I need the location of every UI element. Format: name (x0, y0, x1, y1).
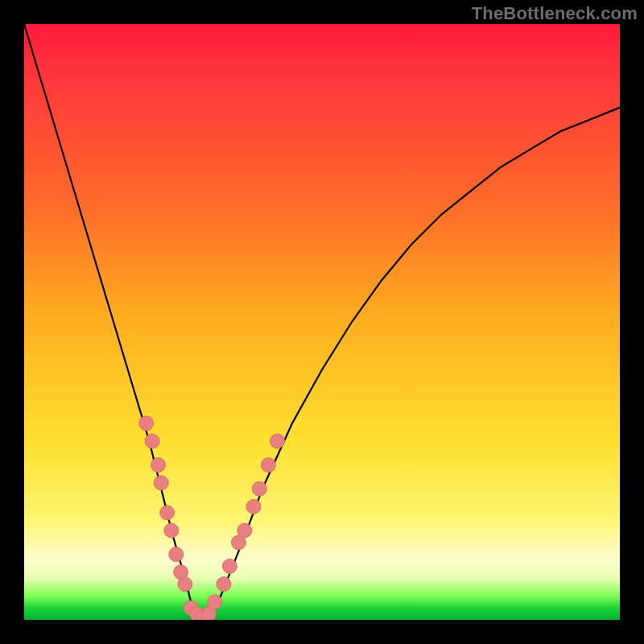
curve-markers (139, 416, 285, 620)
bottleneck-curve (24, 24, 620, 620)
curve-marker (222, 559, 237, 573)
plot-area (24, 24, 620, 620)
curve-marker (252, 481, 266, 496)
watermark-text: TheBottleneck.com (472, 3, 638, 24)
curve-marker (139, 416, 154, 431)
curve-marker (164, 523, 179, 538)
curve-marker (261, 458, 275, 473)
curve-marker (145, 434, 159, 448)
curve-marker (246, 499, 261, 514)
curve-marker (217, 577, 231, 592)
curve-marker (237, 523, 252, 538)
curve-marker (154, 476, 168, 490)
chart-frame: TheBottleneck.com (0, 0, 644, 644)
curve-marker (169, 547, 184, 562)
curve-marker (160, 506, 175, 520)
curve-marker (178, 577, 192, 592)
curve-marker (270, 434, 285, 448)
curve-marker (208, 595, 222, 609)
curve-marker (151, 458, 166, 473)
curve-svg (24, 24, 620, 620)
